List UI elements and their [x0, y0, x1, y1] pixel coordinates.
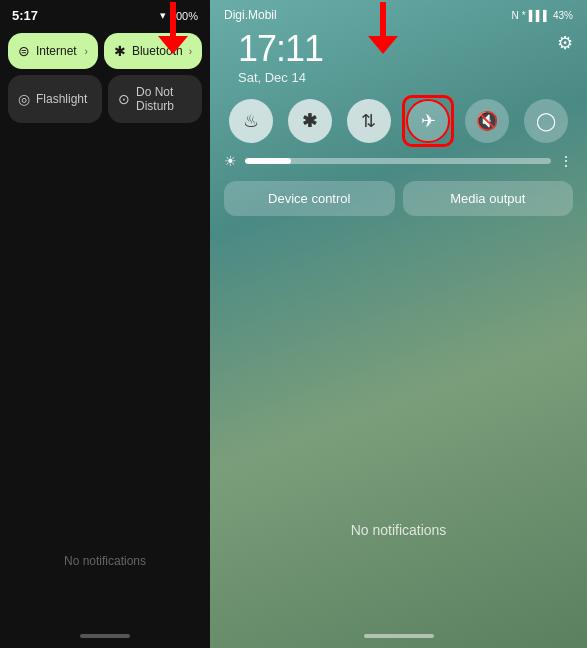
svg-marker-1 — [158, 36, 188, 54]
flashlight-tile[interactable]: ◎ Flashlight — [8, 75, 102, 123]
home-bar-right — [364, 634, 434, 638]
wifi-quick-icon: ♨ — [243, 110, 259, 132]
more-options-icon[interactable]: ⋮ — [559, 153, 573, 169]
flashlight-icon: ◎ — [18, 91, 30, 107]
tile-row-2: ◎ Flashlight ⊙ Do Not Disturb — [8, 75, 202, 123]
airplane-mode-button[interactable]: ✈ — [406, 99, 450, 143]
carrier-name: Digi.Mobil — [224, 8, 277, 22]
airplane-wrapper: ✈ — [406, 99, 450, 143]
chevron-right-icon: › — [85, 46, 88, 57]
home-bar-left — [80, 634, 130, 638]
do-not-disturb-tile[interactable]: ⊙ Do Not Disturb — [108, 75, 202, 123]
internet-tile[interactable]: ⊜ Internet › — [8, 33, 98, 69]
no-notifications-right: No notifications — [210, 522, 587, 538]
brightness-fill — [245, 158, 291, 164]
bluetooth-quick-icon: ✱ — [302, 110, 317, 132]
no-notifications-left: No notifications — [0, 554, 210, 568]
dnd-icon: ⊙ — [118, 91, 130, 107]
device-control-button[interactable]: Device control — [224, 181, 395, 216]
signal-bars-icon: ▌▌▌ — [529, 10, 550, 21]
nfc-icon: N — [512, 10, 519, 21]
transfer-icon: ⇅ — [361, 110, 376, 132]
media-output-button[interactable]: Media output — [403, 181, 574, 216]
wifi-icon: ⊜ — [18, 43, 30, 59]
wifi-quick-button[interactable]: ♨ — [229, 99, 273, 143]
bluetooth-quick-button[interactable]: ✱ — [288, 99, 332, 143]
quick-icons-row: ♨ ✱ ⇅ ✈ 🔇 ◯ — [210, 93, 587, 149]
settings-button[interactable]: ⚙ — [557, 32, 573, 54]
minus-button[interactable]: ◯ — [524, 99, 568, 143]
main-time: 17:11 — [224, 26, 337, 70]
data-transfer-button[interactable]: ⇅ — [347, 99, 391, 143]
airplane-icon: ✈ — [421, 110, 436, 132]
right-status-icons: N * ▌▌▌ 43% — [512, 10, 573, 21]
left-panel: 5:17 ▾ 100% ⊜ Internet › ✱ Bluetooth › ◎… — [0, 0, 210, 648]
bluetooth-icon: ✱ — [114, 43, 126, 59]
internet-label: Internet — [36, 44, 77, 58]
left-time: 5:17 — [12, 8, 38, 23]
bluetooth-status-icon: * — [522, 10, 526, 21]
flashlight-label: Flashlight — [36, 92, 87, 106]
brightness-row: ☀ ⋮ — [210, 149, 587, 173]
mute-icon: 🔇 — [476, 110, 498, 132]
battery-right: 43% — [553, 10, 573, 21]
right-date: Sat, Dec 14 — [224, 70, 337, 93]
brightness-bar[interactable] — [245, 158, 551, 164]
right-panel: Digi.Mobil N * ▌▌▌ 43% 17:11 Sat, Dec 14… — [210, 0, 587, 648]
dnd-label: Do Not Disturb — [136, 85, 192, 113]
mute-button[interactable]: 🔇 — [465, 99, 509, 143]
svg-marker-3 — [368, 36, 398, 54]
minus-icon: ◯ — [536, 110, 556, 132]
action-buttons-row: Device control Media output — [210, 173, 587, 224]
brightness-icon: ☀ — [224, 153, 237, 169]
